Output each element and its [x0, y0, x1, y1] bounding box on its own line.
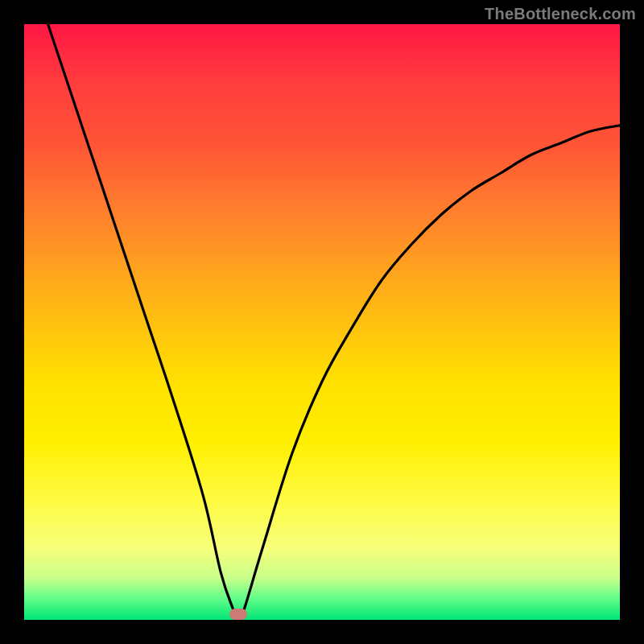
curve-svg — [24, 24, 620, 620]
chart-frame: TheBottleneck.com — [0, 0, 644, 644]
watermark-text: TheBottleneck.com — [485, 5, 636, 23]
plot-area — [24, 24, 620, 620]
optimal-marker — [229, 609, 247, 620]
bottleneck-curve — [48, 24, 620, 620]
